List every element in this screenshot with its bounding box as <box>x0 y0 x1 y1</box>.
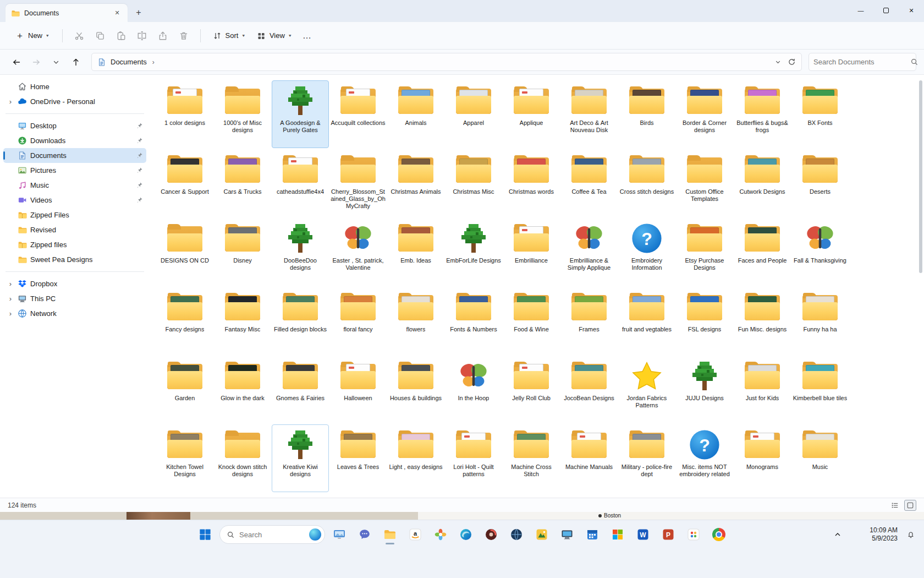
folder-item-knock-down-stitch-designs[interactable]: Knock down stitch designs <box>214 424 271 492</box>
folder-item-misc-items-not-embroidery-related[interactable]: ?Misc. items NOT embroidery related <box>676 424 733 492</box>
minimize-button[interactable]: — <box>848 0 873 21</box>
folder-item-fancy-designs[interactable]: Fancy designs <box>156 287 213 355</box>
folder-item-houses-buildings[interactable]: Houses & buildings <box>387 356 444 423</box>
clock[interactable]: 10:09 AM 5/9/2023 <box>870 526 898 543</box>
media-app-icon[interactable] <box>480 524 502 546</box>
sidebar-item-this-pc[interactable]: ›This PC <box>3 291 146 306</box>
teams-chat-icon[interactable] <box>354 524 376 546</box>
chevron-expand-icon[interactable]: › <box>7 97 14 106</box>
folder-item-machine-manuals[interactable]: Machine Manuals <box>560 424 618 492</box>
folder-item-doobeedoo-designs[interactable]: DooBeeDoo designs <box>272 218 329 286</box>
gallery-app-icon[interactable] <box>531 524 553 546</box>
folder-item-light-easy-designs[interactable]: Light , easy designs <box>387 424 444 492</box>
folder-item-jordan-fabrics-patterns[interactable]: Jordan Fabrics Patterns <box>618 356 675 423</box>
taskbar-search-input[interactable] <box>239 531 305 539</box>
address-dropdown-icon[interactable] <box>774 58 782 66</box>
photos-icon[interactable] <box>430 524 452 546</box>
folder-item-cancer-support[interactable]: Cancer & Support <box>156 149 213 217</box>
folder-item-disney[interactable]: Disney <box>214 218 271 286</box>
amazon-icon[interactable]: a <box>404 524 426 546</box>
folder-item-border-corner-designs[interactable]: Border & Corner designs <box>676 80 733 148</box>
chrome-icon[interactable] <box>708 524 730 546</box>
folder-item-christmas-animals[interactable]: Christmas Animals <box>387 149 444 217</box>
file-explorer-icon[interactable] <box>379 524 401 546</box>
vertical-scrollbar[interactable] <box>919 80 922 273</box>
details-view-toggle[interactable] <box>889 500 901 511</box>
network-volume-flyout[interactable] <box>851 532 864 537</box>
sidebar-item-desktop[interactable]: Desktop <box>3 118 146 133</box>
folder-item-accuquilt-collections[interactable]: Accuquilt collections <box>329 80 387 148</box>
search-input[interactable] <box>813 58 910 66</box>
calendar-app-icon[interactable] <box>581 524 603 546</box>
powerpoint-icon[interactable]: P <box>657 524 679 546</box>
folder-item-gnomes-fairies[interactable]: Gnomes & Fairies <box>272 356 329 423</box>
pc-app-icon[interactable] <box>556 524 578 546</box>
folder-item-machine-cross-stitch[interactable]: Machine Cross Stitch <box>503 424 560 492</box>
folder-item-embroidery-information[interactable]: ?Embroidery Information <box>618 218 675 286</box>
sidebar-item-zipped-files[interactable]: Zipped Files <box>3 208 146 222</box>
up-button[interactable] <box>67 53 85 71</box>
copy-button[interactable] <box>90 26 110 46</box>
folder-item-kimberbell-blue-tiles[interactable]: Kimberbell blue tiles <box>791 356 849 423</box>
folder-item-military-police-fire-dept[interactable]: Military - police-fire dept <box>618 424 675 492</box>
share-button[interactable] <box>153 26 173 46</box>
folder-item-apparel[interactable]: Apparel <box>445 80 502 148</box>
folder-item-applique[interactable]: Applique <box>503 80 560 148</box>
folder-item-cross-stitch-designs[interactable]: Cross stitch designs <box>618 149 675 217</box>
folder-item-glow-in-the-dark[interactable]: Glow in the dark <box>214 356 271 423</box>
folder-item-kitchen-towel-designs[interactable]: Kitchen Towel Designs <box>156 424 213 492</box>
sidebar-item-videos[interactable]: Videos <box>3 193 146 208</box>
folder-item-faces-and-people[interactable]: Faces and People <box>734 218 791 286</box>
folder-item-christmas-words[interactable]: Christmas words <box>503 149 560 217</box>
forward-button[interactable] <box>28 53 45 71</box>
folder-item-coffee-tea[interactable]: Coffee & Tea <box>560 149 618 217</box>
folder-item-bx-fonts[interactable]: BX Fonts <box>791 80 849 148</box>
folder-item-art-deco-art-nouveau-disk[interactable]: Art Deco & Art Nouveau Disk <box>560 80 618 148</box>
taskbar-search-box[interactable] <box>219 525 325 544</box>
folder-item-fsl-designs[interactable]: FSL designs <box>676 287 733 355</box>
folder-item-in-the-hoop[interactable]: In the Hoop <box>445 356 502 423</box>
folder-item-just-for-kids[interactable]: Just for Kids <box>734 356 791 423</box>
word-icon[interactable]: W <box>632 524 654 546</box>
sidebar-item-home[interactable]: Home <box>3 79 146 94</box>
folder-item-fall-thanksgiving[interactable]: Fall & Thanksgiving <box>791 218 849 286</box>
back-button[interactable] <box>8 53 25 71</box>
folder-item-music[interactable]: Music <box>791 424 849 492</box>
recent-locations-chevron[interactable] <box>47 53 65 71</box>
folder-item-designs-on-cd[interactable]: DESIGNS ON CD <box>156 218 213 286</box>
folder-item-halloween[interactable]: Halloween <box>329 356 387 423</box>
new-button[interactable]: ＋ New ▾ <box>9 28 56 44</box>
monitor-app-icon[interactable] <box>328 524 350 546</box>
sidebar-item-downloads[interactable]: Downloads <box>3 133 146 148</box>
sidebar-item-sweet-pea-designs[interactable]: Sweet Pea Designs <box>3 252 146 267</box>
sort-button[interactable]: Sort ▾ <box>207 28 250 44</box>
folder-item-frames[interactable]: Frames <box>560 287 618 355</box>
folder-item-kreative-kiwi-designs[interactable]: Kreative Kiwi designs <box>272 424 329 492</box>
sidebar-item-documents[interactable]: Documents <box>3 148 146 163</box>
folder-item-lori-holt-quilt-patterns[interactable]: Lori Holt - Quilt patterns <box>445 424 502 492</box>
large-icons-view-toggle[interactable] <box>904 500 916 511</box>
notifications-icon[interactable] <box>903 527 919 542</box>
edge-icon[interactable] <box>455 524 477 546</box>
folder-item-deserts[interactable]: Deserts <box>791 149 849 217</box>
folder-item-juju-designs[interactable]: JUJU Designs <box>676 356 733 423</box>
folder-item-monograms[interactable]: Monograms <box>734 424 791 492</box>
cut-button[interactable] <box>69 26 89 46</box>
folder-item-a-goodesign-purely-gates[interactable]: A Goodesign & Purely Gates <box>272 80 329 148</box>
folder-item-fantasy-misc[interactable]: Fantasy Misc <box>214 287 271 355</box>
view-button[interactable]: View ▾ <box>251 28 296 44</box>
folder-item-garden[interactable]: Garden <box>156 356 213 423</box>
folder-item-cherry-blossom-stained-glass-by-ohmycrafty[interactable]: Cherry_Blossom_Stained_Glass_by_OhMyCraf… <box>329 149 387 217</box>
paste-button[interactable] <box>111 26 131 46</box>
chevron-expand-icon[interactable]: › <box>7 309 14 318</box>
folder-item-custom-office-templates[interactable]: Custom Office Templates <box>676 149 733 217</box>
folder-item-emb-ideas[interactable]: Emb. Ideas <box>387 218 444 286</box>
start-button[interactable] <box>194 524 216 546</box>
chevron-right-icon[interactable]: › <box>151 58 156 66</box>
sidebar-item-dropbox[interactable]: ›Dropbox <box>3 276 146 291</box>
rename-button[interactable] <box>132 26 152 46</box>
folder-item-birds[interactable]: Birds <box>618 80 675 148</box>
folder-item-flowers[interactable]: flowers <box>387 287 444 355</box>
folder-item-embrilliance[interactable]: Embrilliance <box>503 218 560 286</box>
folder-item-catheadstuffie4x4[interactable]: catheadstuffie4x4 <box>272 149 329 217</box>
